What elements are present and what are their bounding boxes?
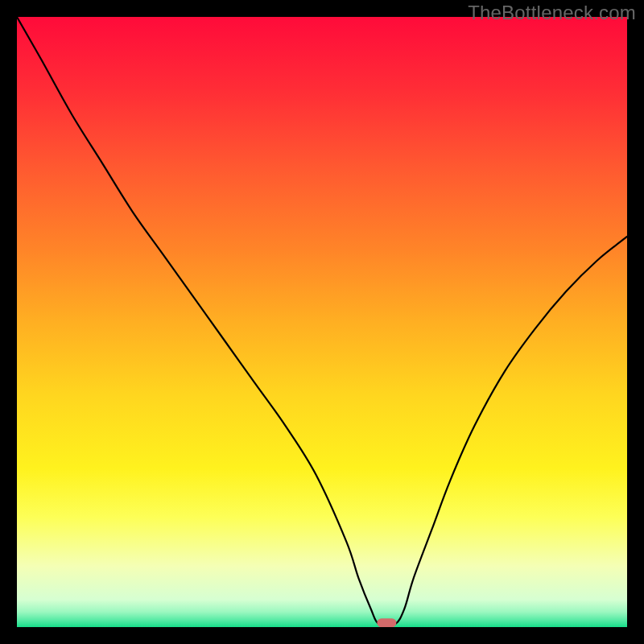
bottleneck-plot [17,17,627,627]
watermark-text: TheBottleneck.com [468,2,636,24]
gradient-background [17,17,627,627]
optimal-marker [377,618,396,627]
chart-frame: TheBottleneck.com [0,0,644,644]
